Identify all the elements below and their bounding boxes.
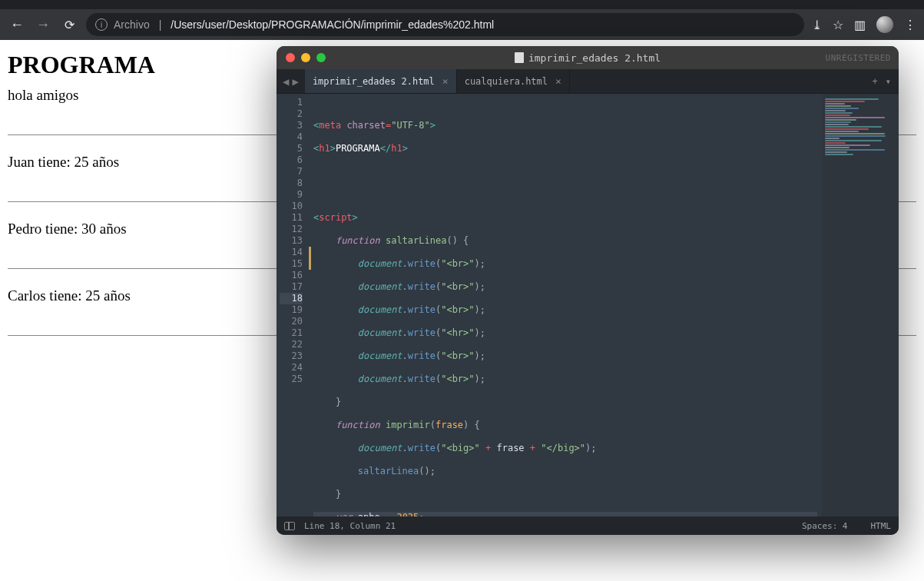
document-icon <box>515 52 524 63</box>
url-scheme: Archivo <box>114 18 150 31</box>
editor-code-area[interactable]: 1234567891011121314151617181920212223242… <box>277 94 899 516</box>
editor-title: imprimir_edades 2.html <box>277 52 899 64</box>
side-panel-icon[interactable]: ▥ <box>854 18 866 32</box>
editor-titlebar[interactable]: imprimir_edades 2.html UNREGISTERED <box>277 46 899 69</box>
syntax-mode[interactable]: HTML <box>871 521 892 531</box>
minimap[interactable] <box>822 94 899 516</box>
unregistered-label: UNREGISTERED <box>826 53 891 63</box>
editor-statusbar: Line 18, Column 21 Spaces: 4 HTML <box>277 516 899 535</box>
editor-window[interactable]: imprimir_edades 2.html UNREGISTERED ◀▶ i… <box>277 46 899 535</box>
install-app-icon[interactable]: ⤓ <box>812 18 822 32</box>
browser-toolbar: ← → ⟳ i Archivo | /Users/user/Desktop/PR… <box>0 9 924 40</box>
new-tab-icon[interactable]: + <box>873 76 878 87</box>
browser-tabstrip <box>0 0 924 9</box>
modified-marker <box>309 247 311 270</box>
code-view[interactable]: <meta charset="UTF-8"> <h1>PROGRAMA</h1>… <box>309 94 822 516</box>
tab-menu-icon[interactable]: ▾ <box>886 76 891 87</box>
profile-avatar[interactable] <box>876 16 893 33</box>
line-gutter[interactable]: 1234567891011121314151617181920212223242… <box>277 94 309 516</box>
tab-file[interactable]: cualquiera.html × <box>457 69 570 93</box>
chrome-menu-icon[interactable]: ⋮ <box>904 18 916 32</box>
tab-file-active[interactable]: imprimir_edades 2.html × <box>305 69 457 93</box>
indent-setting[interactable]: Spaces: 4 <box>802 521 848 531</box>
back-button[interactable]: ← <box>8 17 26 33</box>
tab-label: imprimir_edades 2.html <box>313 76 435 87</box>
side-panel-toggle-icon[interactable] <box>284 522 295 530</box>
tab-close-icon[interactable]: × <box>555 75 561 87</box>
bookmark-star-icon[interactable]: ☆ <box>833 18 843 32</box>
site-info-icon[interactable]: i <box>95 18 108 31</box>
forward-button[interactable]: → <box>34 17 52 33</box>
reload-button[interactable]: ⟳ <box>60 18 78 32</box>
cursor-position: Line 18, Column 21 <box>304 521 396 531</box>
tab-close-icon[interactable]: × <box>442 75 449 87</box>
tab-label: cualquiera.html <box>465 76 548 87</box>
tab-history-nav[interactable]: ◀▶ <box>277 69 305 93</box>
url-path: /Users/user/Desktop/PROGRAMACIÓN/imprimi… <box>171 18 494 31</box>
editor-tabstrip: ◀▶ imprimir_edades 2.html × cualquiera.h… <box>277 69 899 94</box>
address-bar[interactable]: i Archivo | /Users/user/Desktop/PROGRAMA… <box>86 13 804 36</box>
